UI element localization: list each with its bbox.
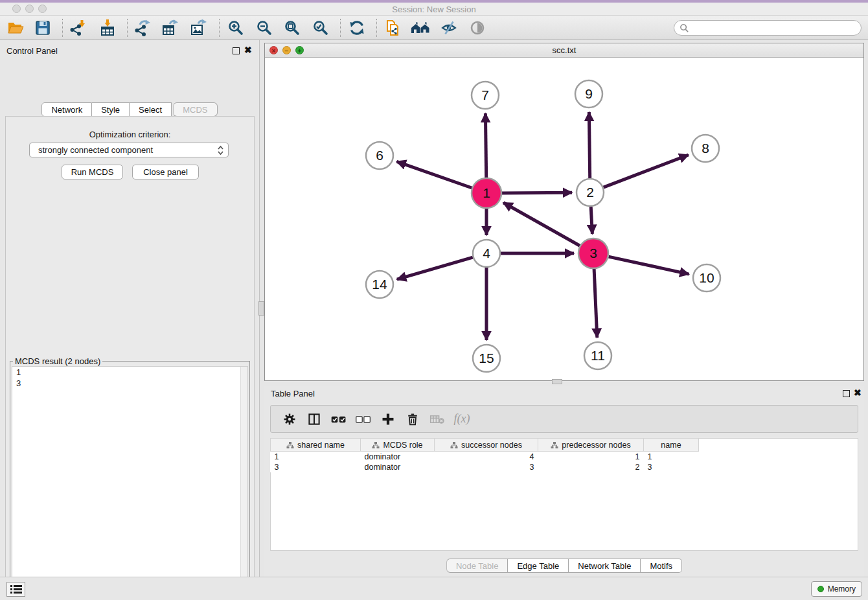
duplicate-network-icon[interactable] bbox=[382, 19, 403, 37]
mcds-result-list[interactable]: 13 bbox=[12, 366, 248, 583]
graph-node[interactable]: 10 bbox=[693, 264, 720, 292]
status-bar: Memory bbox=[0, 577, 868, 600]
zoom-selected-icon[interactable] bbox=[310, 19, 331, 37]
mcds-result-item[interactable]: 1 bbox=[12, 367, 247, 378]
application-window: Session: New Session bbox=[0, 0, 868, 600]
table-row[interactable]: 3dominator323 bbox=[271, 462, 699, 472]
network-window-title: scc.txt bbox=[265, 45, 863, 55]
memory-status-icon bbox=[817, 586, 824, 592]
task-list-icon bbox=[10, 584, 22, 594]
run-mcds-button[interactable]: Run MCDS bbox=[62, 165, 123, 179]
graph-edge[interactable] bbox=[503, 203, 580, 246]
tree-icon bbox=[372, 441, 380, 449]
zoom-out-icon[interactable] bbox=[254, 19, 275, 37]
column-header-predecessor-nodes[interactable]: predecessor nodes bbox=[538, 439, 644, 452]
control-panel-title: Control Panel bbox=[6, 46, 58, 56]
select-all-checkboxes-icon[interactable] bbox=[326, 409, 351, 430]
add-row-icon[interactable] bbox=[376, 409, 400, 430]
column-header-mcds-role[interactable]: MCDS role bbox=[361, 439, 435, 452]
graph-node[interactable]: 7 bbox=[472, 82, 499, 109]
tab-network[interactable]: Network bbox=[41, 102, 92, 117]
columns-icon[interactable] bbox=[302, 409, 326, 430]
table-panel: Table Panel ✖ bbox=[264, 386, 864, 577]
first-neighbors-icon[interactable] bbox=[410, 19, 431, 37]
graph-node[interactable]: 6 bbox=[366, 142, 393, 169]
network-canvas[interactable]: 1234678910111415 bbox=[265, 58, 863, 380]
tab-motifs[interactable]: Motifs bbox=[641, 559, 682, 573]
svg-text:14: 14 bbox=[372, 277, 387, 292]
delete-row-icon[interactable] bbox=[400, 409, 425, 430]
graph-edge[interactable] bbox=[502, 192, 572, 193]
toolbar-separator bbox=[376, 19, 377, 37]
graph-edge[interactable] bbox=[609, 257, 689, 274]
graph-edge[interactable] bbox=[589, 112, 589, 178]
memory-button[interactable]: Memory bbox=[811, 581, 862, 597]
splitter-handle-vertical[interactable] bbox=[258, 301, 264, 316]
export-image-icon[interactable] bbox=[188, 19, 209, 37]
graph-node[interactable]: 15 bbox=[473, 345, 500, 372]
graph-edge[interactable] bbox=[397, 257, 473, 279]
deselect-checkboxes-icon[interactable] bbox=[351, 409, 376, 430]
network-graph[interactable]: 1234678910111415 bbox=[265, 58, 863, 380]
tab-edge-table[interactable]: Edge Table bbox=[508, 559, 569, 573]
graph-node[interactable]: 4 bbox=[473, 240, 500, 267]
toolbar-separator bbox=[340, 19, 341, 37]
network-window-titlebar[interactable]: × − + scc.txt bbox=[265, 43, 863, 58]
svg-text:10: 10 bbox=[699, 270, 714, 285]
mcds-result-scrollbar[interactable] bbox=[240, 367, 247, 582]
graph-node[interactable]: 1 bbox=[472, 178, 501, 208]
search-input[interactable] bbox=[692, 23, 861, 33]
splitter-handle-horizontal[interactable] bbox=[552, 379, 562, 384]
tab-mcds[interactable]: MCDS bbox=[173, 102, 217, 117]
graph-edge[interactable] bbox=[604, 155, 689, 187]
search-field[interactable] bbox=[674, 20, 862, 36]
memory-label: Memory bbox=[828, 584, 856, 594]
show-all-icon[interactable] bbox=[467, 19, 488, 37]
tab-select[interactable]: Select bbox=[130, 102, 172, 117]
graph-node[interactable]: 14 bbox=[366, 271, 393, 298]
apply-layout-icon[interactable] bbox=[347, 19, 367, 37]
float-panel-icon[interactable] bbox=[233, 47, 240, 54]
graph-node[interactable]: 8 bbox=[692, 135, 719, 162]
svg-text:8: 8 bbox=[702, 141, 709, 156]
column-header-name[interactable]: name bbox=[644, 439, 699, 452]
graph-edge[interactable] bbox=[485, 113, 486, 178]
import-table-icon[interactable] bbox=[97, 19, 118, 37]
zoom-fit-icon[interactable] bbox=[282, 19, 303, 37]
table-close-icon[interactable]: ✖ bbox=[854, 387, 862, 398]
graph-node[interactable]: 11 bbox=[584, 342, 611, 369]
graph-node[interactable]: 2 bbox=[577, 179, 604, 206]
tab-style[interactable]: Style bbox=[92, 102, 130, 117]
table-float-icon[interactable] bbox=[843, 390, 850, 397]
mcds-result-item[interactable]: 3 bbox=[12, 378, 247, 389]
export-network-icon[interactable] bbox=[132, 19, 153, 37]
window-titlebar: Session: New Session bbox=[0, 3, 868, 16]
function-builder-icon[interactable]: f(x) bbox=[450, 409, 474, 430]
delete-column-icon[interactable] bbox=[425, 409, 450, 430]
graph-edge[interactable] bbox=[594, 269, 597, 338]
graph-node[interactable]: 9 bbox=[575, 80, 602, 108]
control-panel-tabs: Network Style Select MCDS bbox=[0, 102, 259, 117]
column-header-shared-name[interactable]: shared name bbox=[271, 439, 361, 452]
hide-selected-icon[interactable] bbox=[439, 19, 459, 37]
close-panel-icon[interactable]: ✖ bbox=[244, 45, 252, 55]
import-network-icon[interactable] bbox=[67, 19, 88, 37]
mcds-result-title: MCDS result (2 nodes) bbox=[13, 356, 102, 366]
close-panel-button[interactable]: Close panel bbox=[132, 165, 199, 179]
node-table-header: shared name MCDS role successor nodes pr… bbox=[271, 439, 699, 452]
graph-edge[interactable] bbox=[396, 161, 472, 188]
zoom-in-icon[interactable] bbox=[225, 19, 246, 37]
task-history-button[interactable] bbox=[6, 582, 25, 597]
tab-node-table[interactable]: Node Table bbox=[446, 559, 508, 573]
open-session-icon[interactable] bbox=[5, 19, 26, 37]
criterion-dropdown[interactable]: strongly connected component bbox=[29, 143, 229, 157]
toolbar-separator bbox=[219, 19, 220, 37]
column-header-successor-nodes[interactable]: successor nodes bbox=[435, 439, 538, 452]
table-row[interactable]: 1dominator411 bbox=[271, 452, 699, 462]
graph-node[interactable]: 3 bbox=[578, 238, 608, 268]
tab-network-table[interactable]: Network Table bbox=[569, 559, 641, 573]
export-table-icon[interactable] bbox=[159, 19, 180, 37]
save-session-icon[interactable] bbox=[32, 19, 53, 37]
graph-edge[interactable] bbox=[591, 207, 592, 234]
table-settings-icon[interactable] bbox=[277, 409, 302, 430]
